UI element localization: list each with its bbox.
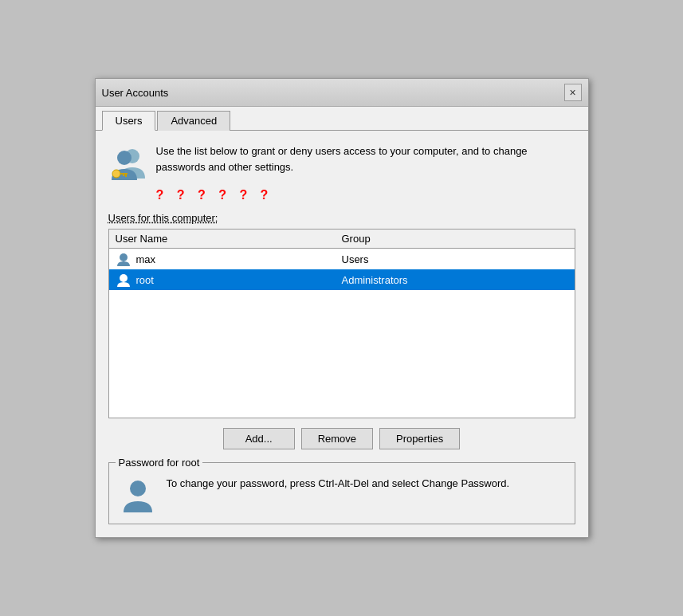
table-row[interactable]: root Administrators xyxy=(109,269,575,290)
info-row: Use the list below to grant or deny user… xyxy=(108,143,575,182)
password-section: Password for root To change your passwor… xyxy=(108,462,575,524)
password-description: To change your password, press Ctrl-Alt-… xyxy=(167,476,510,492)
user-accounts-window: User Accounts × Users Advanced xyxy=(95,78,589,538)
user-name-cell: max xyxy=(116,252,342,266)
svg-point-7 xyxy=(120,274,128,282)
svg-point-2 xyxy=(112,170,120,178)
user-row-icon xyxy=(116,273,131,287)
user-group-cell: Administrators xyxy=(342,274,568,286)
table-row[interactable]: max Users xyxy=(109,249,575,269)
user-name-cell: root xyxy=(116,273,342,287)
properties-button[interactable]: Properties xyxy=(379,428,460,449)
remove-button[interactable]: Remove xyxy=(301,428,373,449)
user-group-cell: Users xyxy=(342,253,568,265)
question-marks: ? ? ? ? ? ? xyxy=(156,188,575,202)
table-empty-space xyxy=(109,290,575,418)
window-title: User Accounts xyxy=(102,87,169,99)
table-header: User Name Group xyxy=(109,230,575,249)
action-buttons: Add... Remove Properties xyxy=(108,428,575,449)
svg-point-8 xyxy=(130,481,146,496)
password-legend: Password for root xyxy=(116,457,203,469)
users-table: User Name Group max Users xyxy=(108,229,575,418)
password-content: To change your password, press Ctrl-Alt-… xyxy=(119,476,565,514)
close-button[interactable]: × xyxy=(564,84,582,101)
tab-users[interactable]: Users xyxy=(102,111,156,131)
tab-bar: Users Advanced xyxy=(96,107,588,131)
password-user-icon xyxy=(119,476,157,514)
users-icon xyxy=(108,143,147,182)
user-row-icon xyxy=(116,252,131,266)
svg-point-6 xyxy=(120,253,128,261)
header-group: Group xyxy=(342,233,568,245)
users-for-computer-label: Users for this computer: xyxy=(108,212,575,224)
header-username: User Name xyxy=(116,233,342,245)
tab-advanced[interactable]: Advanced xyxy=(157,111,230,131)
svg-point-1 xyxy=(117,151,131,165)
add-button[interactable]: Add... xyxy=(223,428,295,449)
tab-content: Use the list below to grant or deny user… xyxy=(96,131,588,537)
info-description: Use the list below to grant or deny user… xyxy=(156,143,575,175)
title-bar: User Accounts × xyxy=(96,79,588,107)
